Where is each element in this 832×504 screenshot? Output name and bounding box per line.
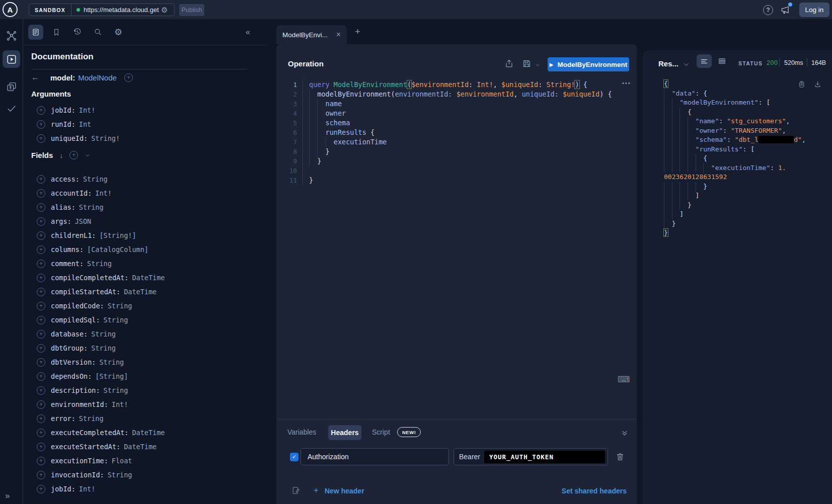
field-type[interactable]: String [108, 471, 132, 479]
changelog-icon[interactable] [6, 81, 17, 92]
field-name[interactable]: invocationId: [51, 471, 104, 479]
download-response-icon[interactable] [814, 80, 821, 89]
field-type[interactable]: String [79, 414, 104, 423]
field-name[interactable]: comment: [51, 260, 84, 268]
add-to-query-icon[interactable]: + [37, 217, 45, 226]
documentation-tab-icon[interactable] [28, 25, 43, 40]
search-icon[interactable] [90, 25, 105, 40]
add-to-query-icon[interactable]: + [37, 386, 45, 395]
field-type[interactable]: String [108, 302, 132, 310]
field-name[interactable]: compileCompletedAt: [51, 274, 128, 282]
add-to-query-icon[interactable]: + [37, 274, 45, 282]
field-name[interactable]: args: [51, 217, 71, 225]
keyboard-shortcuts-icon[interactable]: ⌨ [618, 374, 630, 385]
graph-icon[interactable] [6, 30, 17, 42]
add-to-query-icon[interactable]: + [37, 485, 45, 493]
field-name[interactable]: jobId: [51, 106, 75, 114]
field-type[interactable]: JSON [75, 217, 92, 225]
add-to-query-icon[interactable]: + [37, 302, 45, 310]
raw-view-toggle-active[interactable] [697, 54, 712, 68]
field-name[interactable]: runId: [51, 120, 75, 128]
collapse-panel-double-chevron-icon[interactable] [621, 429, 629, 437]
add-to-query-icon[interactable]: + [37, 231, 45, 240]
field-name[interactable]: dbtVersion: [51, 358, 96, 366]
add-to-query-icon[interactable]: + [37, 175, 45, 184]
checks-icon[interactable] [6, 103, 17, 114]
field-type[interactable]: Int! [112, 400, 128, 408]
field-name[interactable]: executionTime: [51, 457, 108, 465]
expand-rail-icon[interactable]: » [5, 491, 10, 501]
add-all-fields-icon[interactable]: + [69, 151, 78, 159]
add-to-query-icon[interactable]: + [37, 189, 45, 198]
field-name[interactable]: database: [51, 330, 88, 338]
endpoint-url-input[interactable]: https://metadata.cloud.get [84, 6, 160, 14]
field-name[interactable]: access: [51, 175, 80, 183]
field-name[interactable]: columns: [51, 245, 84, 254]
add-to-query-icon[interactable]: + [37, 429, 45, 437]
field-name[interactable]: jobId: [51, 485, 75, 493]
add-to-query-icon[interactable]: + [37, 245, 45, 254]
add-to-query-icon[interactable]: + [37, 471, 45, 479]
field-type[interactable]: Int [79, 120, 91, 128]
field-type[interactable]: [String!] [99, 231, 136, 239]
tab-headers-active[interactable]: Headers [328, 425, 361, 440]
field-type[interactable]: [CatalogColumn] [87, 245, 148, 254]
add-to-query-icon[interactable]: + [37, 106, 45, 115]
back-arrow-icon[interactable]: ← [31, 73, 41, 82]
field-name[interactable]: compiledCode: [51, 302, 104, 310]
save-dropdown-chevron-icon[interactable] [535, 62, 541, 68]
field-name[interactable]: alias: [51, 203, 75, 211]
field-type[interactable]: String [83, 175, 108, 183]
add-to-query-icon[interactable]: + [37, 330, 45, 339]
add-to-query-icon[interactable]: + [37, 120, 45, 129]
tab-script[interactable]: Script [372, 428, 390, 436]
field-type[interactable]: String [91, 344, 116, 352]
response-json[interactable]: { "data": { "modelByEnvironment": [ { "n… [664, 79, 806, 238]
add-to-query-icon[interactable]: + [37, 316, 45, 324]
share-icon[interactable] [504, 59, 514, 68]
field-type[interactable]: DateTime [124, 288, 157, 296]
add-to-query-icon[interactable]: + [37, 443, 45, 451]
add-to-query-icon[interactable]: + [124, 73, 133, 82]
response-dropdown-chevron-icon[interactable] [683, 61, 690, 68]
operation-tab[interactable]: ModelByEnvi... × [276, 25, 347, 44]
field-name[interactable]: accountId: [51, 189, 92, 197]
crumb-type-link[interactable]: ModelNode [78, 73, 117, 82]
field-type[interactable]: Float [112, 457, 132, 465]
field-type[interactable]: DateTime [132, 274, 165, 282]
field-type[interactable]: String [91, 330, 116, 338]
field-type[interactable]: Int! [79, 485, 96, 493]
close-tab-icon[interactable]: × [336, 30, 341, 39]
field-type[interactable]: Int! [79, 106, 96, 114]
login-button[interactable]: Log in [799, 3, 829, 17]
saved-operations-icon[interactable] [49, 25, 64, 40]
field-type[interactable]: Int! [95, 189, 112, 197]
field-name[interactable]: compiledSql: [51, 316, 100, 324]
header-value-input[interactable]: Bearer YOUR_AUTH_TOKEN [453, 448, 608, 465]
field-type[interactable]: String! [91, 134, 120, 142]
add-to-query-icon[interactable]: + [37, 344, 45, 353]
add-to-query-icon[interactable]: + [37, 358, 45, 367]
new-header-button[interactable]: New header [325, 487, 364, 495]
add-to-query-icon[interactable]: + [37, 288, 45, 296]
field-name[interactable]: environmentId: [51, 400, 108, 408]
new-header-plus-icon[interactable]: + [314, 485, 319, 495]
field-name[interactable]: dbtGroup: [51, 344, 88, 352]
header-key-input[interactable] [300, 448, 449, 465]
field-name[interactable]: childrenL1: [51, 231, 96, 239]
field-name[interactable]: error: [51, 414, 75, 423]
help-icon[interactable]: ? [763, 5, 773, 15]
field-type[interactable]: String [99, 358, 124, 366]
field-type[interactable]: DateTime [124, 443, 157, 451]
query-editor[interactable]: query ModelByEnvironment($environmentId:… [309, 80, 612, 185]
field-name[interactable]: uniqueId: [51, 134, 88, 142]
run-operation-button[interactable]: ▶ ModelByEnvironment [548, 57, 629, 71]
field-name[interactable]: executeCompletedAt: [51, 429, 128, 437]
add-to-query-icon[interactable]: + [37, 457, 45, 465]
field-name[interactable]: description: [51, 386, 100, 394]
history-icon[interactable] [69, 25, 85, 40]
publish-button[interactable]: Publish [179, 4, 204, 16]
endpoint-settings-gear-icon[interactable]: ⚙ [161, 6, 168, 15]
set-shared-headers-link[interactable]: Set shared headers [562, 487, 627, 495]
apollo-logo[interactable]: A [3, 2, 18, 17]
